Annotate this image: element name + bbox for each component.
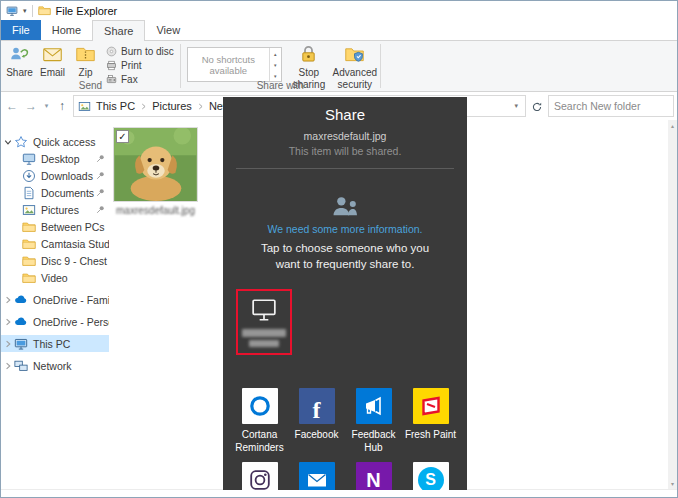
fresh-paint-tile [413,388,449,424]
sidebar-item-quick-access[interactable]: Quick access [1,133,109,150]
refresh-button[interactable] [529,99,545,113]
tab-share[interactable]: Share [92,20,145,41]
sidebar-item-downloads[interactable]: Downloads [1,167,109,184]
app-skype[interactable]: S [402,462,459,490]
address-history-dropdown[interactable]: ▾ [511,102,521,110]
breadcrumb-pictures[interactable]: Pictures [150,100,194,112]
app-cortana-reminders[interactable]: Cortana Reminders [231,388,288,454]
share-with-gallery[interactable]: No shortcuts available ▴ ▾ ▾ [187,47,282,82]
sidebar-label: Between PCs [41,221,105,233]
app-onenote[interactable]: N [345,462,402,490]
gallery-more-icon[interactable]: ▾ [274,73,277,79]
folder-icon [22,271,36,285]
pin-icon [96,205,105,214]
vertical-scrollbar[interactable]: ▴ ▾ [668,120,677,489]
breadcrumb-chevron-icon[interactable] [197,103,204,110]
onenote-icon: N [366,469,380,491]
sidebar-item-onedrive-family[interactable]: OneDrive - Family [1,291,109,308]
app-facebook[interactable]: f Facebook [288,388,345,454]
chevron-right-icon[interactable] [4,318,12,326]
breadcrumb-this-pc[interactable]: This PC [94,100,137,112]
file-item[interactable]: ✓ maxresdefault.jpg [113,127,198,216]
tab-view[interactable]: View [145,20,191,40]
sidebar-item-desktop[interactable]: Desktop [1,150,109,167]
onedrive-icon [14,315,28,329]
pin-icon [96,171,105,180]
qat-customize-icon[interactable]: ▾ [23,7,27,15]
feedback-hub-icon [362,394,386,418]
skype-tile: S [413,462,449,490]
email-icon [42,44,63,65]
tab-file[interactable]: File [1,20,41,40]
sidebar-item-documents[interactable]: Documents [1,184,109,201]
nearby-device-tile[interactable] [238,291,290,353]
sidebar-item-video[interactable]: Video [1,269,109,286]
sidebar-item-disc-9[interactable]: Disc 9 - Chest & Sh [1,252,109,269]
up-button[interactable]: ↑ [54,99,70,113]
chevron-down-icon[interactable] [4,138,12,146]
gallery-scroll-buttons[interactable]: ▴ ▾ ▾ [269,48,281,81]
sidebar-label: Disc 9 - Chest & Sh [41,255,109,267]
sidebar-item-camtasia-studio[interactable]: Camtasia Studio [1,235,109,252]
scroll-down-icon[interactable]: ▾ [671,480,674,487]
tab-home[interactable]: Home [41,20,92,40]
ribbon-separator [380,44,381,88]
gallery-down-icon[interactable]: ▾ [274,62,277,68]
mail-icon [305,468,329,490]
print-button[interactable]: Print [106,59,174,71]
flyout-filename: maxresdefault.jpg [223,130,467,142]
sidebar-label: Camtasia Studio [41,238,109,250]
scroll-up-icon[interactable]: ▴ [671,122,674,129]
status-bar [1,489,677,497]
file-thumbnail[interactable]: ✓ [113,127,198,202]
feedback-hub-tile [356,388,392,424]
device-name-redacted [242,329,286,337]
selection-checkbox[interactable]: ✓ [116,130,129,143]
onedrive-icon [14,293,28,307]
ribbon-share: Share Email Zip Burn to disc Print [1,40,677,92]
sidebar-label: Documents [41,187,94,199]
desktop-icon [22,152,36,166]
lock-icon [298,44,319,65]
more-information-link[interactable]: We need some more information. [223,223,467,235]
app-mail[interactable] [288,462,345,490]
app-label: Fresh Paint [405,429,456,442]
sidebar-item-onedrive-personal[interactable]: OneDrive - Personal [1,313,109,330]
tap-instruction: Tap to choose someone who you want to fr… [223,241,467,272]
chevron-right-icon[interactable] [4,340,12,348]
instagram-icon [248,468,272,490]
no-shortcuts-label: No shortcuts available [188,54,269,76]
chevron-right-icon[interactable] [4,362,12,370]
flyout-divider [236,168,454,169]
sidebar-item-network[interactable]: Network [1,357,109,374]
back-button[interactable]: ← [4,99,20,113]
cortana-tile [242,388,278,424]
zip-button[interactable]: Zip [69,42,102,79]
file-explorer-window: ▾ File Explorer File Home Share View Sha… [0,0,678,498]
folder-icon [22,237,36,251]
app-instagram[interactable] [231,462,288,490]
chevron-right-icon[interactable] [4,296,12,304]
search-input[interactable] [548,95,674,117]
share-button[interactable]: Share [3,42,36,79]
zip-button-label: Zip [79,67,93,79]
sidebar-item-this-pc[interactable]: This PC [1,335,109,352]
advanced-security-icon [344,44,365,65]
share-button-label: Share [6,67,33,79]
email-button[interactable]: Email [36,42,69,79]
app-feedback-hub[interactable]: Feedback Hub [345,388,402,454]
gallery-up-icon[interactable]: ▴ [274,51,277,57]
recent-locations-button[interactable]: ▾ [42,102,51,110]
send-group-label: Send [1,80,180,91]
onenote-tile: N [356,462,392,490]
app-fresh-paint[interactable]: Fresh Paint [402,388,459,454]
sidebar-item-pictures[interactable]: Pictures [1,201,109,218]
quick-access-star-icon [14,135,28,149]
forward-button[interactable]: → [23,99,39,113]
file-name-label: maxresdefault.jpg [113,205,198,216]
burn-to-disc-button[interactable]: Burn to disc [106,45,174,57]
app-label: Facebook [295,429,339,442]
sidebar-label: Quick access [33,136,95,148]
breadcrumb-chevron-icon[interactable] [140,103,147,110]
sidebar-item-between-pcs[interactable]: Between PCs [1,218,109,235]
